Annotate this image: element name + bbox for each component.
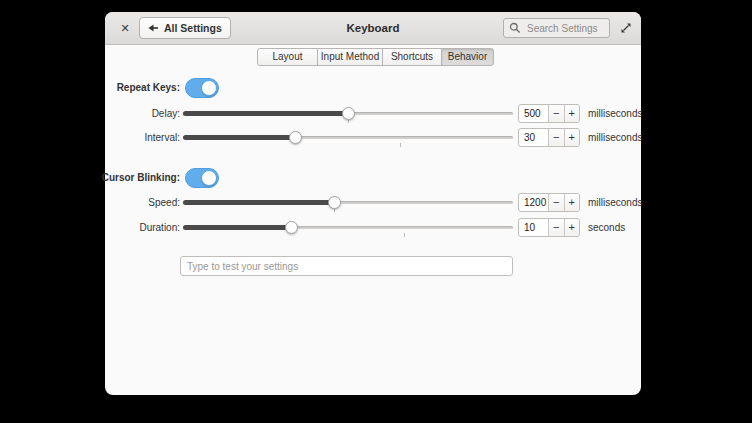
speed-increment-button[interactable]: + bbox=[564, 194, 579, 211]
delay-decrement-button[interactable]: − bbox=[548, 105, 563, 122]
cursor-blinking-toggle[interactable] bbox=[185, 168, 219, 188]
tab-behavior[interactable]: Behavior bbox=[441, 48, 494, 66]
tab-shortcuts[interactable]: Shortcuts bbox=[382, 48, 442, 66]
speed-unit: milliseconds bbox=[588, 197, 642, 208]
tab-layout[interactable]: Layout bbox=[257, 48, 318, 66]
delay-spinbox: 500 − + bbox=[518, 104, 580, 123]
slider-fill bbox=[183, 111, 348, 116]
speed-slider[interactable] bbox=[183, 192, 513, 216]
tab-input-method[interactable]: Input Method bbox=[317, 48, 383, 66]
interval-slider[interactable] bbox=[183, 127, 513, 151]
speed-decrement-button[interactable]: − bbox=[548, 194, 563, 211]
search-input[interactable] bbox=[525, 22, 605, 35]
slider-fill bbox=[183, 225, 292, 230]
duration-decrement-button[interactable]: − bbox=[548, 219, 563, 236]
interval-unit: milliseconds bbox=[588, 132, 642, 143]
interval-decrement-button[interactable]: − bbox=[548, 129, 563, 146]
settings-window: ✕ All Settings Keyboard bbox=[105, 12, 641, 395]
duration-unit: seconds bbox=[588, 222, 625, 233]
delay-increment-button[interactable]: + bbox=[564, 105, 579, 122]
maximize-icon[interactable] bbox=[619, 21, 633, 35]
slider-fill bbox=[183, 200, 335, 205]
speed-value[interactable]: 1200 bbox=[519, 194, 548, 211]
slider-handle[interactable] bbox=[342, 107, 355, 120]
duration-increment-button[interactable]: + bbox=[564, 219, 579, 236]
slider-mark bbox=[404, 233, 405, 237]
titlebar: ✕ All Settings Keyboard bbox=[105, 12, 641, 45]
delay-slider[interactable] bbox=[183, 103, 513, 127]
duration-label: Duration: bbox=[100, 222, 180, 233]
test-settings-input[interactable] bbox=[180, 256, 513, 276]
delay-label: Delay: bbox=[100, 108, 180, 119]
interval-value[interactable]: 30 bbox=[519, 129, 548, 146]
tab-bar: Layout Input Method Shortcuts Behavior bbox=[257, 48, 494, 66]
slider-fill bbox=[183, 135, 295, 140]
duration-value[interactable]: 10 bbox=[519, 219, 548, 236]
delay-unit: milliseconds bbox=[588, 108, 642, 119]
interval-label: Interval: bbox=[100, 132, 180, 143]
cursor-blinking-label: Cursor Blinking: bbox=[100, 172, 180, 183]
toggle-knob bbox=[201, 80, 217, 96]
interval-spinbox: 30 − + bbox=[518, 128, 580, 147]
all-settings-back-button[interactable]: All Settings bbox=[139, 17, 231, 39]
close-icon[interactable]: ✕ bbox=[117, 20, 133, 36]
delay-value[interactable]: 500 bbox=[519, 105, 548, 122]
repeat-keys-toggle[interactable] bbox=[185, 78, 219, 98]
slider-handle[interactable] bbox=[285, 221, 298, 234]
duration-slider[interactable] bbox=[183, 217, 513, 241]
slider-mark bbox=[400, 143, 401, 147]
toggle-knob bbox=[201, 170, 217, 186]
search-field[interactable] bbox=[503, 18, 610, 38]
repeat-keys-label: Repeat Keys: bbox=[100, 82, 180, 93]
slider-handle[interactable] bbox=[289, 131, 302, 144]
slider-handle[interactable] bbox=[328, 196, 341, 209]
back-button-label: All Settings bbox=[164, 22, 222, 34]
interval-increment-button[interactable]: + bbox=[564, 129, 579, 146]
duration-spinbox: 10 − + bbox=[518, 218, 580, 237]
speed-label: Speed: bbox=[100, 197, 180, 208]
search-icon bbox=[509, 22, 521, 34]
back-arrow-icon bbox=[148, 23, 159, 33]
speed-spinbox: 1200 − + bbox=[518, 193, 580, 212]
